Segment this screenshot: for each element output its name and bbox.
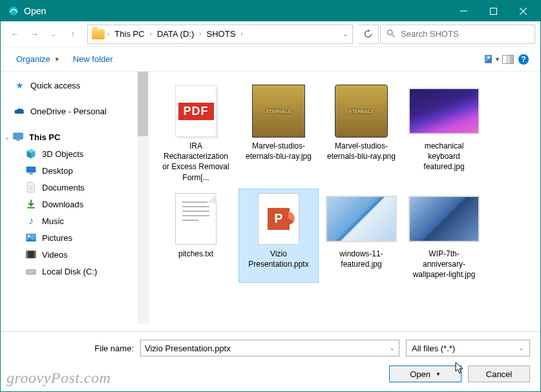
document-icon [25,182,37,192]
file-label: windows-11-featured.jpg [324,249,398,269]
desktop-icon [25,165,37,176]
preview-icon [502,55,514,64]
filename-input[interactable] [145,344,390,353]
search-icon [386,28,396,40]
star-icon: ★ [14,80,25,90]
sidebar-item-onedrive[interactable]: OneDrive - Personal [1,103,149,119]
file-label: Marvel-studios-eternals-blu-ray.jpg [242,141,315,161]
drive-icon [25,266,37,276]
maximize-button[interactable] [478,1,508,21]
recent-locations-dropdown[interactable]: ⌄ [45,25,63,43]
minimize-button[interactable] [449,1,478,21]
powerpoint-icon: P [259,194,299,244]
filter-label: All files (*.*) [412,344,455,353]
view-mode-button[interactable]: ▼ [485,52,500,67]
file-thumbnail: P [242,192,315,246]
chevron-down-icon[interactable]: ⌄ [390,345,395,351]
dialog-body: ★ Quick access OneDrive - Personal This … [1,72,540,331]
sidebar-item-label: Local Disk (C:) [42,267,97,276]
scrollbar-thumb[interactable] [138,72,148,136]
pdf-icon: PDF [178,103,214,120]
search-input[interactable] [401,29,529,39]
forward-button[interactable]: → [25,25,43,43]
svg-rect-18 [27,251,28,258]
file-item[interactable]: ETERNALS Marvel-studios-eternals-blu-ray… [321,81,401,186]
back-button[interactable]: ← [6,25,24,43]
sidebar-item-label: Pictures [42,233,72,243]
app-icon [7,5,20,17]
refresh-button[interactable] [358,25,379,44]
file-item[interactable]: WIP-7th-anniversary-wallpaper-light.jpg [404,189,484,284]
cancel-button[interactable]: Cancel [468,366,530,382]
sidebar-item-documents[interactable]: Documents [1,179,149,196]
toolbar: Organize▼ New folder ▼ ? [1,47,540,72]
close-button[interactable] [508,1,538,21]
new-folder-label: New folder [73,54,113,64]
dialog-footer: File name: ⌄ All files (*.*) ⌄ Open▼ Can… [1,331,540,391]
help-icon: ? [518,54,529,65]
sidebar-item-3d-objects[interactable]: 3D Objects [1,145,149,162]
file-thumbnail: ETERNALS [325,84,398,138]
filename-combobox[interactable]: ⌄ [140,340,399,356]
sidebar-item-this-pc[interactable]: This PC [1,129,149,145]
file-item-selected[interactable]: P Vizio Presentation.pptx [239,189,319,284]
file-item[interactable]: PDF IRA Recharacterization or Excess Rem… [156,81,236,186]
sidebar-item-local-disk-c[interactable]: Local Disk (C:) [1,263,149,280]
split-button-dropdown-icon[interactable]: ▼ [436,371,441,377]
breadcrumb-data-d[interactable]: DATA (D:) [154,28,196,40]
poster-text: ETERNALS [266,109,291,114]
file-item[interactable]: mechanical keyboard featured.jpg [404,81,484,186]
search-box[interactable] [380,25,535,44]
file-thumbnail [160,192,232,246]
breadcrumb-thispc[interactable]: This PC [112,28,147,40]
breadcrumb-shots[interactable]: SHOTS [204,28,239,40]
address-bar[interactable]: › This PC › DATA (D:) › SHOTS › ⌄ [87,25,353,44]
up-button[interactable]: ↑ [64,25,82,43]
file-label: Vizio Presentation.pptx [242,249,315,269]
open-button[interactable]: Open▼ [389,366,461,382]
monitor-icon [12,132,24,142]
poster-text: ETERNALS [349,109,374,114]
picture-icon [485,55,492,63]
file-label: mechanical keyboard featured.jpg [407,141,481,172]
svg-point-21 [33,272,34,273]
file-thumbnail [325,192,398,246]
cancel-button-label: Cancel [486,369,512,379]
file-item[interactable]: pitches.txt [156,189,236,284]
file-label: WIP-7th-anniversary-wallpaper-light.jpg [407,249,481,280]
help-button[interactable]: ? [516,52,531,67]
sidebar-item-quick-access[interactable]: ★ Quick access [1,77,149,94]
file-label: Marvel-studios-eternals-blu-ray.png [324,141,398,161]
svg-rect-2 [490,8,496,14]
cube-icon [25,149,37,159]
svg-rect-20 [27,270,36,274]
file-item[interactable]: windows-11-featured.jpg [321,189,401,284]
titlebar: Open [1,1,540,21]
sidebar-item-videos[interactable]: Videos [1,246,149,263]
organize-button[interactable]: Organize▼ [10,50,67,68]
svg-rect-8 [16,139,19,141]
file-thumbnail: ETERNALS [242,84,315,138]
chevron-down-icon: ⌄ [519,345,524,351]
address-dropdown-icon[interactable]: ⌄ [343,30,348,38]
sidebar-item-desktop[interactable]: Desktop [1,162,149,179]
open-button-label: Open [410,369,430,379]
chevron-down-icon: ▼ [54,56,60,63]
sidebar-item-pictures[interactable]: Pictures [1,229,149,246]
svg-point-5 [388,30,393,35]
svg-rect-19 [34,251,36,258]
file-list[interactable]: PDF IRA Recharacterization or Excess Rem… [149,72,540,331]
sidebar-item-downloads[interactable]: Downloads [1,196,149,212]
image-thumbnail [326,196,397,242]
file-type-filter[interactable]: All files (*.*) ⌄ [406,340,530,356]
file-item[interactable]: ETERNALS Marvel-studios-eternals-blu-ray… [239,81,319,186]
svg-rect-7 [14,133,23,139]
sidebar-item-label: Videos [42,250,68,260]
sidebar-item-music[interactable]: ♪ Music [1,212,149,229]
preview-pane-button[interactable] [500,52,516,67]
svg-rect-10 [29,173,32,174]
svg-point-16 [28,235,30,237]
new-folder-button[interactable]: New folder [67,50,120,68]
chevron-right-icon: › [199,30,201,37]
chevron-down-icon: ▼ [494,56,500,63]
